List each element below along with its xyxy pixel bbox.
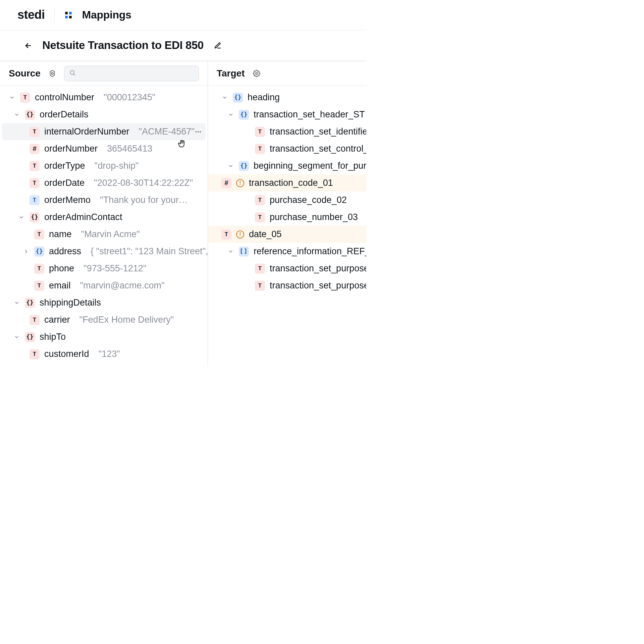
field-value: "Thank you for your… <box>100 194 188 206</box>
back-button[interactable] <box>23 41 33 50</box>
chevron-down-icon[interactable] <box>9 94 15 101</box>
type-badge: {} <box>239 110 249 120</box>
source-tree: TcontrolNumber"000012345" {}orderDetails… <box>0 86 208 363</box>
tree-row[interactable]: Ttransaction_set_identifier_cod <box>210 123 364 140</box>
tree-row[interactable]: Tpurchase_number_03 <box>210 209 364 226</box>
tree-row[interactable]: Ttransaction_set_control_numb <box>210 140 364 157</box>
svg-rect-1 <box>69 12 72 14</box>
app-name: Mappings <box>82 8 131 22</box>
field-key: purchase_code_02 <box>270 194 347 206</box>
type-badge: T <box>30 127 40 137</box>
type-badge: T <box>34 229 44 239</box>
tree-row[interactable]: Tpurchase_code_02 <box>210 192 364 209</box>
target-settings-button[interactable] <box>252 69 261 78</box>
type-badge: {} <box>25 110 35 120</box>
brand-logo: stedi <box>17 7 45 23</box>
type-badge: T <box>30 178 40 188</box>
chevron-down-icon[interactable] <box>227 163 234 169</box>
tree-row[interactable]: TcustomerId"123" <box>2 345 206 363</box>
type-badge: T <box>30 195 40 205</box>
chevron-down-icon[interactable] <box>13 111 20 118</box>
tree-row[interactable]: {}shippingDetails <box>2 294 206 311</box>
field-key: transaction_set_identifier_cod <box>270 125 366 138</box>
tree-row[interactable]: Tcarrier"FedEx Home Delivery" <box>2 311 206 328</box>
target-header: Target <box>208 61 366 86</box>
source-search[interactable] <box>64 66 199 81</box>
svg-rect-2 <box>65 16 68 18</box>
type-badge: T <box>30 349 40 359</box>
edit-button[interactable] <box>213 41 222 50</box>
svg-point-8 <box>198 131 199 132</box>
field-key: shippingDetails <box>40 297 101 309</box>
tree-row[interactable]: TinternalOrderNumber"ACME-4567" <box>2 123 206 140</box>
tree-row[interactable]: Ttransaction_set_purpose_code <box>210 260 364 277</box>
field-key: controlNumber <box>35 91 94 103</box>
warning-icon: ! <box>236 179 244 187</box>
workspace: Source TcontrolNumbe <box>0 61 366 366</box>
field-key: phone <box>49 262 74 274</box>
tree-row[interactable]: TcontrolNumber"000012345" <box>2 89 206 106</box>
source-settings-button[interactable] <box>48 69 57 78</box>
type-badge: {} <box>30 212 40 222</box>
source-header: Source <box>0 61 208 86</box>
tree-row[interactable]: {}shipTo <box>2 328 206 345</box>
chevron-down-icon[interactable] <box>227 248 234 255</box>
type-badge: T <box>34 264 44 274</box>
field-key: shipTo <box>40 331 66 343</box>
type-badge: T <box>255 144 265 154</box>
field-value: "drop-ship" <box>95 160 139 172</box>
warning-icon: ! <box>236 230 244 238</box>
tree-row[interactable]: TorderDate"2022-08-30T14:22:22Z" <box>2 174 206 192</box>
type-badge: T <box>255 281 265 291</box>
field-key: date_05 <box>249 228 282 240</box>
chevron-down-icon[interactable] <box>13 300 20 306</box>
field-key: reference_information_REF_cus <box>254 245 366 257</box>
tree-row[interactable]: {}orderDetails <box>2 106 206 123</box>
topbar: stedi Mappings <box>0 0 366 30</box>
tree-row[interactable]: T!date_05 <box>208 226 366 243</box>
chevron-down-icon[interactable] <box>18 214 25 221</box>
tree-row[interactable]: Tname"Marvin Acme" <box>2 226 206 243</box>
type-badge: {} <box>25 332 35 342</box>
type-badge: T <box>255 127 265 137</box>
chevron-down-icon[interactable] <box>13 334 20 340</box>
type-badge: {} <box>25 298 35 308</box>
field-key: transaction_code_01 <box>249 177 333 189</box>
chevron-right-icon[interactable] <box>23 248 30 255</box>
type-badge: T <box>30 161 40 171</box>
tree-row[interactable]: {}orderAdminContact <box>2 209 206 226</box>
type-badge: T <box>30 315 40 325</box>
type-badge: T <box>255 195 265 205</box>
source-title: Source <box>9 67 41 80</box>
type-badge: T <box>255 264 265 274</box>
row-more-button[interactable] <box>195 127 202 137</box>
field-value: "973-555-1212" <box>84 262 146 274</box>
tree-row[interactable]: {}address{ "street1": "123 Main Street",… <box>2 243 206 260</box>
chevron-down-icon[interactable] <box>227 111 234 118</box>
svg-point-9 <box>200 131 201 132</box>
target-tree: {}heading {}transaction_set_header_STTtr… <box>208 86 366 294</box>
field-key: name <box>49 228 72 240</box>
source-panel: Source TcontrolNumbe <box>0 61 208 366</box>
tree-row[interactable]: TorderMemo"Thank you for your… <box>2 192 206 209</box>
tree-row[interactable]: TorderType"drop-ship" <box>2 157 206 174</box>
tree-row[interactable]: Temail"marvin@acme.com" <box>2 277 206 294</box>
tree-row[interactable]: #orderNumber365465413 <box>2 140 206 157</box>
field-key: orderAdminContact <box>44 211 122 223</box>
tree-row[interactable]: Tphone"973-555-1212" <box>2 260 206 277</box>
tree-row[interactable]: #!transaction_code_01 <box>208 174 366 192</box>
field-key: address <box>49 245 81 257</box>
svg-marker-4 <box>50 70 55 76</box>
source-search-input[interactable] <box>79 69 194 78</box>
tree-row[interactable]: []reference_information_REF_cus <box>210 243 364 260</box>
tree-row[interactable]: {}beginning_segment_for_purcha <box>210 157 364 174</box>
field-key: orderDetails <box>40 108 89 120</box>
tree-row[interactable]: {}heading <box>210 89 364 106</box>
chevron-down-icon[interactable] <box>221 94 228 101</box>
field-value: { "street1": "123 Main Street", "c <box>91 245 208 257</box>
tree-row[interactable]: {}transaction_set_header_ST <box>210 106 364 123</box>
field-key: orderMemo <box>44 194 91 206</box>
tree-row[interactable]: Ttransaction_set_purpose_code <box>210 277 364 294</box>
page-title: Netsuite Transaction to EDI 850 <box>42 38 204 53</box>
field-key: orderType <box>44 160 85 172</box>
